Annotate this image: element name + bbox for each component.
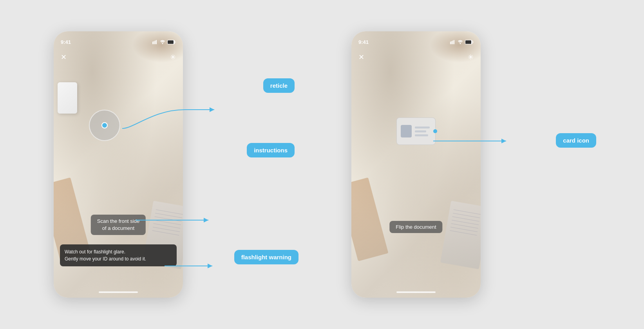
instructions-text: Scan the front side of a document [91, 215, 146, 235]
svg-rect-11 [452, 40, 453, 44]
flashlight-warning-text: Watch out for flashlight glare. Gently m… [60, 244, 177, 266]
svg-rect-7 [168, 40, 174, 44]
status-bar-2: 9:41 [351, 31, 481, 49]
card-lines [415, 127, 431, 136]
status-time-2: 9:41 [358, 39, 369, 45]
svg-rect-8 [175, 41, 176, 43]
status-icons-2 [450, 40, 474, 44]
close-icon-2[interactable]: ✕ [358, 53, 364, 61]
camera-background-2 [351, 31, 481, 298]
close-icon[interactable]: ✕ [61, 53, 67, 61]
svg-point-13 [460, 43, 461, 44]
home-indicator-2 [396, 291, 436, 293]
flashlight-icon-2[interactable]: ✳ [468, 53, 474, 61]
flashlight-icon[interactable]: ✳ [170, 53, 176, 61]
top-bar-2: ✕ ✳ [351, 49, 481, 66]
phone-frame-2: 9:41 ✕ ✳ [351, 31, 481, 298]
card-icon [396, 118, 436, 145]
svg-rect-9 [450, 42, 451, 44]
card-icon-annotation: card icon [556, 133, 596, 148]
svg-rect-15 [465, 40, 471, 44]
svg-rect-2 [155, 40, 156, 44]
svg-rect-3 [156, 40, 157, 44]
reticle [89, 110, 120, 141]
flashlight-annotation: flashlight warning [234, 250, 298, 264]
svg-point-4 [162, 43, 163, 44]
card-icon-container [396, 118, 436, 145]
home-indicator [99, 291, 138, 293]
svg-rect-0 [152, 42, 153, 44]
flip-document-text: Flip the document [389, 221, 442, 233]
top-bar: ✕ ✳ [54, 49, 183, 66]
instructions-label: instructions [247, 143, 295, 157]
svg-rect-10 [451, 41, 452, 44]
reticle-annotation: reticle [263, 78, 295, 93]
flashlight-warning-label: flashlight warning [234, 250, 298, 264]
svg-rect-12 [454, 40, 454, 44]
diagram-2: 9:41 ✕ ✳ [334, 27, 608, 302]
svg-rect-16 [473, 41, 474, 43]
diagram-1: 9:41 ✕ ✳ Scan the front side of a docume… [36, 27, 310, 302]
status-icons [152, 40, 176, 44]
instructions-annotation: instructions [247, 143, 295, 157]
card-avatar [401, 125, 412, 137]
status-bar: 9:41 [54, 31, 183, 49]
card-icon-label: card icon [556, 133, 596, 148]
status-time: 9:41 [61, 39, 71, 45]
svg-rect-1 [154, 41, 154, 44]
reticle-label: reticle [263, 78, 295, 93]
card-dot [433, 129, 437, 133]
reticle-dot [101, 122, 108, 128]
phone-frame-1: 9:41 ✕ ✳ Scan the front side of a docume… [54, 31, 183, 298]
